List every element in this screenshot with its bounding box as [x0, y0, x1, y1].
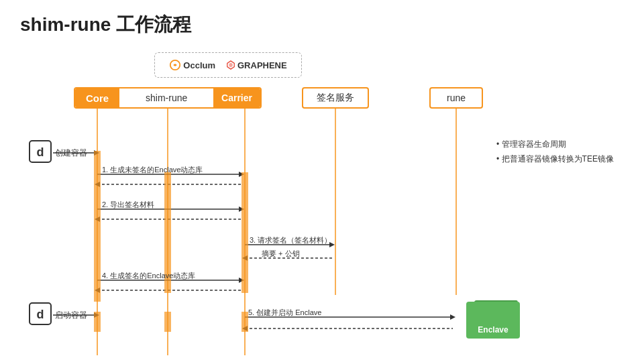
start-container-label: 启动容器	[55, 308, 87, 321]
lane-shim: shim-rune	[119, 93, 213, 103]
docker-create-icon: d	[28, 139, 52, 166]
svg-text:d: d	[37, 308, 44, 321]
svg-marker-31	[450, 314, 455, 320]
step4-label: 4. 生成签名的Enclave动态库	[102, 271, 195, 281]
page-title: shim-rune 工作流程	[0, 0, 644, 38]
lane-core: Core	[75, 88, 119, 107]
swimlane-header: Core shim-rune Carrier	[74, 87, 262, 109]
svg-text:d: d	[37, 145, 44, 159]
svg-marker-33	[242, 326, 248, 331]
svg-marker-15	[95, 182, 100, 187]
occlum-logo: Occlum	[169, 59, 215, 71]
svg-rect-37	[164, 312, 171, 332]
create-container-label: 创建容器	[55, 146, 87, 159]
svg-marker-19	[95, 217, 100, 222]
diagram-area: Occlum GRAPHENE Core shim-rune Carrier 签…	[0, 40, 644, 362]
step1-label: 1. 生成未签名的Enclave动态库	[102, 165, 203, 175]
svg-marker-11	[94, 150, 99, 156]
svg-marker-13	[239, 172, 244, 177]
svg-rect-34	[94, 151, 101, 302]
lane-carrier: Carrier	[213, 88, 260, 107]
step3-label: 3. 请求签名（签名材料）	[250, 235, 331, 245]
svg-marker-29	[94, 312, 99, 318]
step3b-label: 摘要 + 公钥	[262, 249, 300, 259]
svg-marker-23	[242, 255, 248, 261]
rune-description: 管理容器生命周期 把普通容器镜像转换为TEE镜像	[496, 137, 614, 166]
enclave-label: Enclave	[478, 325, 508, 335]
lane-signing: 签名服务	[302, 87, 369, 109]
rune-feature-2: 把普通容器镜像转换为TEE镜像	[496, 152, 614, 167]
svg-marker-17	[239, 206, 244, 212]
svg-rect-35	[94, 312, 101, 332]
step5-label: 5. 创建并启动 Enclave	[248, 308, 321, 318]
svg-rect-38	[241, 172, 248, 293]
lane-rune: rune	[429, 87, 483, 109]
graphene-text: GRAPHENE	[237, 60, 287, 70]
rune-feature-1: 管理容器生命周期	[496, 137, 614, 152]
svg-marker-27	[95, 288, 100, 293]
svg-marker-25	[239, 278, 244, 283]
enclave-box: Enclave	[466, 302, 520, 339]
graphene-logo: GRAPHENE	[226, 60, 287, 70]
logo-box: Occlum GRAPHENE	[154, 52, 302, 78]
step2-label: 2. 导出签名材料	[102, 200, 154, 210]
svg-rect-39	[241, 312, 248, 332]
docker-start-icon: d	[28, 302, 52, 328]
occlum-text: Occlum	[183, 60, 215, 70]
